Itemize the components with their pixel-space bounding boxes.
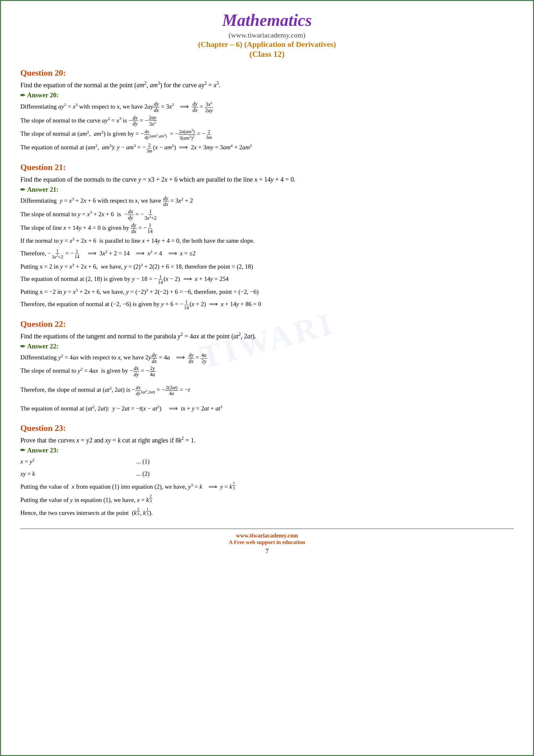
answer-21-line4: If the normal to y = x3 + 2x + 6 is para… — [20, 235, 514, 247]
answer-23-line5: Hence, the two curves intersects at the … — [20, 507, 514, 519]
answer-22-heading: Answer 22: — [20, 343, 514, 350]
answer-20-heading: Answer 20: — [20, 92, 514, 99]
answer-21-line7: The equation of normal at (2, 18) is giv… — [20, 273, 514, 285]
chapter-line: (Chapter – 6) (Application of Derivative… — [20, 40, 514, 49]
question-20-heading: Question 20: — [20, 68, 514, 78]
answer-21-line5: Therefore, −13x2+2 = −114 ⟹ 3x2 + 2 = 14… — [20, 248, 514, 260]
question-20-text: Find the equation of the normal at the p… — [20, 80, 514, 90]
question-23-text: Prove that the curves x = y2 and xy = k … — [20, 435, 514, 446]
answer-21-line8: Putting x = −2 in y = x3 + 2x + 6, we ha… — [20, 286, 514, 298]
question-21-heading: Question 21: — [20, 163, 514, 172]
answer-22-line2: The slope of normal to y2 = 4ax is given… — [20, 365, 514, 377]
page-number: 7 — [20, 548, 514, 555]
answer-20-line4: The equation of normal at (am2, am3): y … — [20, 142, 514, 153]
answer-21-heading: Answer 21: — [20, 186, 514, 193]
question-21-text: Find the equation of the normals to the … — [20, 174, 514, 185]
answer-23-line4: Putting the value of y in equation (1), … — [20, 494, 514, 505]
answer-21-line6: Putting x = 2 in y = x3 + 2x + 6, we hav… — [20, 261, 514, 273]
answer-21-line9: Therefore, the equation of normal at (−2… — [20, 299, 514, 310]
answer-22-line3: Therefore, the slope of normal at (at2, … — [20, 384, 514, 396]
question-23-section: Question 23: Prove that the curves x = y… — [20, 423, 514, 519]
answer-21-line3: The slope of line x + 14y + 4 = 0 is giv… — [20, 222, 514, 234]
footer-website: www.tiwariacademy.com — [20, 532, 514, 539]
page-title: Mathematics — [20, 11, 514, 30]
page-footer: www.tiwariacademy.com A Free web support… — [20, 528, 514, 555]
answer-22-line4: The equation of normal at (at2, 2at): y … — [20, 403, 514, 414]
answer-23-line3: Putting the value of x from equation (1)… — [20, 481, 514, 492]
question-22-heading: Question 22: — [20, 319, 514, 329]
question-20-section: Question 20: Find the equation of the no… — [20, 68, 514, 153]
page-header: Mathematics (www.tiwariacademy.com) (Cha… — [20, 11, 514, 62]
question-21-section: Question 21: Find the equation of the no… — [20, 163, 514, 310]
website-subtitle: (www.tiwariacademy.com) — [20, 31, 514, 40]
question-22-text: Find the equations of the tangent and no… — [20, 331, 514, 341]
question-23-heading: Question 23: — [20, 423, 514, 433]
answer-21-line2: The slope of normal to y = x3 + 2x + 6 i… — [20, 208, 514, 221]
answer-21-line1: Differentiating y = x3 + 2x + 6 with res… — [20, 195, 514, 207]
answer-20-line2: The slope of normal to the curve ay2 = x… — [20, 115, 514, 127]
answer-23-eq2: xy = k... (2) — [20, 468, 150, 479]
answer-23-eq1: x = y2... (1) — [20, 456, 150, 467]
answer-23-heading: Answer 23: — [20, 447, 514, 454]
class-line: (Class 12) — [20, 49, 514, 59]
answer-22-line1: Differentiating y2 = 4ax with respect to… — [20, 352, 514, 364]
footer-tagline: A Free web support in education — [20, 539, 514, 546]
answer-20-line1: Differentiating ay2 = x3 with respect to… — [20, 101, 514, 114]
question-22-section: Question 22: Find the equations of the t… — [20, 319, 514, 414]
answer-20-line3: The slope of normal at (am2, am3) is giv… — [20, 128, 514, 141]
